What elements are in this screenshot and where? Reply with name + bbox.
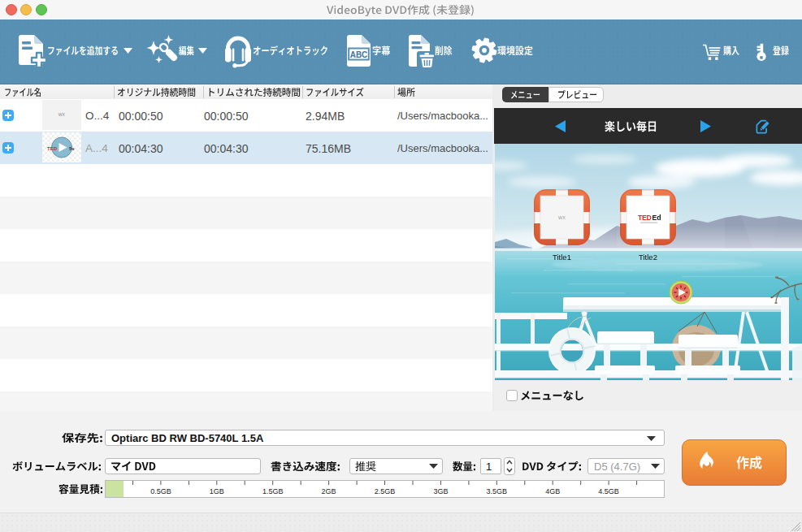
svg-text:TED: TED [638,214,651,222]
svg-text:ABC: ABC [350,50,368,59]
svg-text:Ed: Ed [652,214,661,222]
svg-text:1.5GB: 1.5GB [262,487,284,495]
svg-text:3.5GB: 3.5GB [487,487,508,495]
svg-text:2GB: 2GB [322,487,336,495]
svg-text:TED: TED [47,146,58,151]
svg-text:2.5GB: 2.5GB [375,487,396,495]
svg-text:Title1: Title1 [553,253,571,262]
svg-text:3GB: 3GB [433,487,448,495]
svg-text:5s: 5s [69,146,75,151]
svg-text:WX: WX [558,215,566,220]
svg-text:0.5GB: 0.5GB [150,487,171,495]
svg-text:Title2: Title2 [639,253,657,262]
svg-text:1GB: 1GB [210,487,224,495]
svg-text:4GB: 4GB [545,487,560,495]
svg-text:4.5GB: 4.5GB [598,487,619,495]
